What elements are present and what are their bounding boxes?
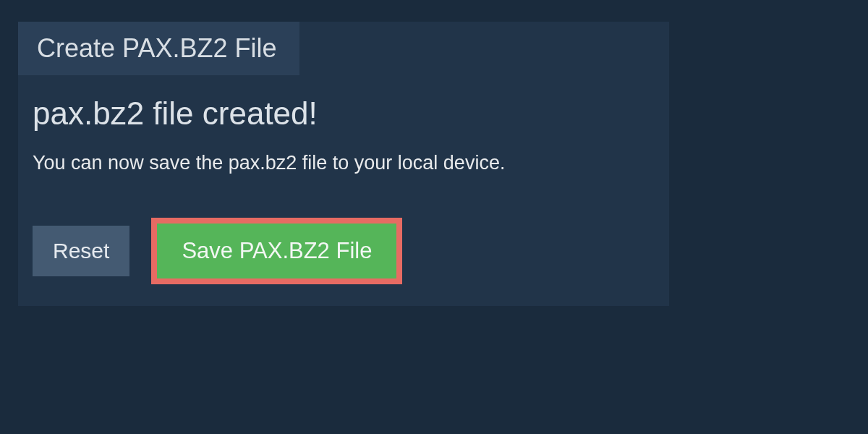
- status-heading: pax.bz2 file created!: [33, 95, 655, 132]
- button-row: Reset Save PAX.BZ2 File: [33, 218, 655, 284]
- file-creation-panel: Create PAX.BZ2 File pax.bz2 file created…: [18, 22, 669, 306]
- status-description: You can now save the pax.bz2 file to you…: [33, 152, 655, 174]
- tab-create-file[interactable]: Create PAX.BZ2 File: [18, 22, 299, 75]
- save-file-button[interactable]: Save PAX.BZ2 File: [151, 218, 402, 284]
- panel-content: pax.bz2 file created! You can now save t…: [18, 75, 669, 306]
- reset-button[interactable]: Reset: [33, 226, 129, 276]
- tab-label: Create PAX.BZ2 File: [37, 33, 276, 63]
